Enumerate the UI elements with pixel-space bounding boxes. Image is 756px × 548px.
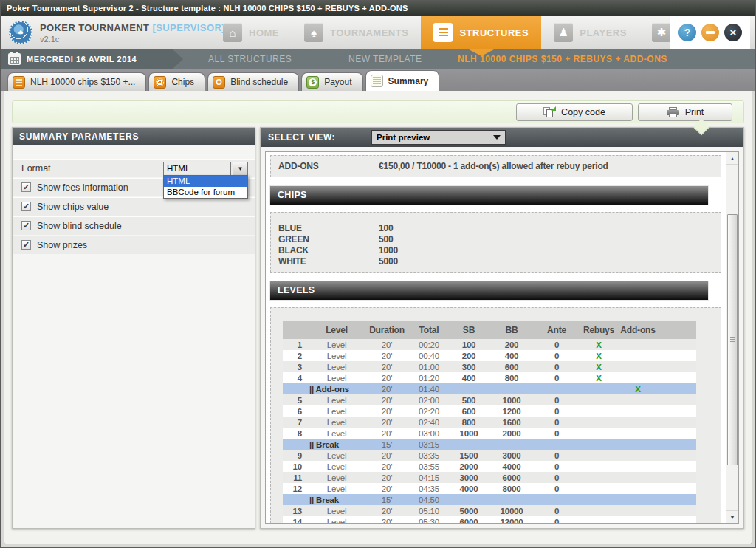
copy-code-button[interactable]: Copy code <box>516 103 633 121</box>
levels-cell: 1500 <box>448 450 489 461</box>
chip-color: BLUE <box>278 223 302 233</box>
print-button[interactable]: Print <box>638 103 732 121</box>
levels-cell <box>489 439 534 450</box>
close-button[interactable]: × <box>724 24 742 41</box>
levels-cell: 00:20 <box>410 339 448 350</box>
tab-blind-schedule[interactable]: OBlind schedule <box>207 72 299 91</box>
levels-cell: 04:15 <box>410 472 448 483</box>
format-combobox[interactable]: HTML <box>163 162 231 176</box>
levels-cell <box>618 439 658 450</box>
format-combobox-arrow-icon[interactable]: ▼ <box>233 162 248 176</box>
levels-cell: 20' <box>364 372 410 383</box>
chip-value: 5000 <box>379 256 398 267</box>
levels-header-row: LevelDurationTotalSBBBAnteRebuysAdd-ons <box>283 321 696 339</box>
chip-value-row: BLUE100 <box>271 223 721 234</box>
nav-item-tournaments[interactable]: ♠TOURNAMENTS <box>292 16 421 49</box>
print-label: Print <box>685 107 704 117</box>
levels-cell: Level <box>309 428 364 439</box>
tab-label: Blind schedule <box>230 77 288 87</box>
levels-cell: 4000 <box>489 461 534 472</box>
levels-cell <box>618 394 658 405</box>
format-option-bbcode-for-forum[interactable]: BBCode for forum <box>164 187 247 198</box>
levels-cell: 20' <box>364 350 410 361</box>
levels-cell: 300 <box>448 361 489 372</box>
levels-cell: 20' <box>364 361 410 372</box>
checkbox-show-blind-schedule[interactable]: ✓ <box>21 221 31 230</box>
chips-section-header: CHIPS <box>270 186 708 205</box>
levels-cell: 0 <box>534 339 580 350</box>
spade-icon: ♠ <box>304 23 323 42</box>
nav-item-structures[interactable]: STRUCTURES <box>421 16 541 49</box>
levels-cell: 0 <box>534 505 580 516</box>
levels-cell: Level <box>309 361 364 372</box>
levels-cell <box>283 494 309 505</box>
nav-item-home[interactable]: ⌂HOME <box>210 16 292 49</box>
tab-label: Summary <box>388 76 429 86</box>
scroll-up-icon[interactable]: ▲ <box>726 152 738 165</box>
preview-content: ADD-ONS €150,00 / T10000 - 1 add-on(s) a… <box>265 151 739 524</box>
preview-panel: SELECT VIEW: Print preview ADD-ONS €150,… <box>260 127 744 529</box>
breadcrumb-new-template[interactable]: NEW TEMPLATE <box>348 49 422 69</box>
tabs: NLH 10000 chips $150 +...ChipsOBlind sch… <box>7 70 439 91</box>
levels-cell: 02:40 <box>410 417 448 428</box>
tab-payout[interactable]: $Payout <box>301 72 362 91</box>
levels-header-cell: Rebuys <box>580 321 618 339</box>
nav-item-players[interactable]: ♟PLAYERS <box>541 16 639 49</box>
levels-cell: 20' <box>364 428 410 439</box>
levels-cell <box>658 461 696 472</box>
levels-cell <box>658 494 696 505</box>
summary-parameters-panel: SUMMARY PARAMETERS Format HTML ▼ ✓Show f… <box>12 127 255 529</box>
levels-cell <box>283 439 309 450</box>
levels-cell: 0 <box>534 361 580 372</box>
help-button[interactable]: ? <box>678 24 696 41</box>
levels-cell: 12 <box>283 483 309 494</box>
spade-icon: ♠ <box>10 27 31 38</box>
tab-chips[interactable]: Chips <box>148 72 205 91</box>
levels-cell: 500 <box>448 394 489 405</box>
levels-cell <box>580 428 618 439</box>
select-view-combobox[interactable]: Print preview <box>371 130 506 145</box>
levels-row: 8Level20'03:00100020000 <box>283 428 696 439</box>
icon-glyph <box>373 77 381 85</box>
breadcrumb-all-structures[interactable]: ALL STRUCTURES <box>208 49 292 69</box>
levels-header-cell: Duration <box>364 321 410 339</box>
tab-nlh-10000-chips-150[interactable]: NLH 10000 chips $150 +... <box>7 72 146 91</box>
parameter-row: ✓Show chips value <box>13 197 255 216</box>
window-title: Poker Tournament Supervisor 2 - Structur… <box>1 1 755 16</box>
levels-cell: 12000 <box>489 516 534 523</box>
levels-cell: 03:15 <box>410 439 448 450</box>
format-option-html[interactable]: HTML <box>164 176 247 187</box>
levels-cell: Level <box>309 394 364 405</box>
icon-glyph <box>16 79 22 86</box>
levels-cell: 20' <box>364 505 410 516</box>
minimize-button[interactable] <box>701 24 719 41</box>
chip-color: GREEN <box>278 234 309 244</box>
levels-cell: 20' <box>364 405 410 417</box>
levels-cell <box>580 450 618 461</box>
levels-cell: 01:00 <box>410 361 448 372</box>
levels-cell: 04:35 <box>410 483 448 494</box>
checkbox-label: Show blind schedule <box>37 221 122 231</box>
scroll-down-icon[interactable]: ▼ <box>726 510 738 523</box>
app-logo-poker-chip-icon: ♠ <box>9 21 32 44</box>
levels-cell: Level <box>309 350 364 361</box>
checkbox-show-fees-information[interactable]: ✓ <box>21 182 31 192</box>
levels-row: 10Level20'03:55200040000 <box>283 461 696 472</box>
checkbox-show-prizes[interactable]: ✓ <box>21 240 31 250</box>
levels-cell: 400 <box>489 350 534 361</box>
vertical-scrollbar[interactable]: ▲ ▼ <box>726 152 738 523</box>
levels-cell <box>618 472 658 483</box>
blind-schedule-tab-icon: O <box>213 76 225 89</box>
checkbox-show-chips-value[interactable]: ✓ <box>21 202 31 211</box>
levels-cell: 0 <box>534 372 580 383</box>
levels-row: || Break15'04:50 <box>283 494 696 505</box>
chip-value: 100 <box>379 223 393 233</box>
tab-summary[interactable]: Summary <box>365 70 440 91</box>
levels-cell: X <box>580 339 618 350</box>
levels-header-cell: BB <box>489 321 534 339</box>
levels-cell: 2000 <box>448 461 489 472</box>
levels-row: 7Level20'02:4080016000 <box>283 417 696 428</box>
format-dropdown-list: HTMLBBCode for forum <box>163 175 248 199</box>
levels-row: 4Level20'01:204008000X <box>283 372 696 383</box>
scrollbar-thumb[interactable] <box>727 214 738 465</box>
